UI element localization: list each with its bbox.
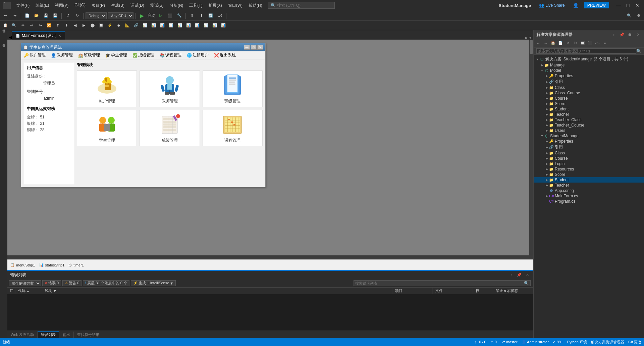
toolbar-open[interactable]: 📂 xyxy=(33,12,41,19)
tb2-btn5[interactable]: ↪ xyxy=(36,22,44,29)
se-btn-sync[interactable]: 📄 xyxy=(557,40,564,46)
main-form-tab[interactable]: 📄 MainForm.cs [设计] ✕ xyxy=(12,31,65,40)
menu-edit[interactable]: 编辑(E) xyxy=(33,1,52,10)
module-course[interactable]: 课程管理 xyxy=(203,110,263,146)
tb2-btn1[interactable]: 📋 xyxy=(1,22,9,29)
module-account[interactable]: 帐户管理 xyxy=(77,70,137,107)
manage-expand-icon[interactable]: ▶ xyxy=(540,63,544,67)
form-menu-class[interactable]: 🏫 班级管理 xyxy=(75,52,103,59)
toolbar-back[interactable]: ↩ xyxy=(1,12,9,19)
form-menu-student[interactable]: 🎓 学生管理 xyxy=(103,52,130,59)
designer-scroll-thumb[interactable] xyxy=(530,40,533,54)
se-btn-show-all[interactable]: ≡ xyxy=(601,40,608,46)
tb2-btn21[interactable]: 📊 xyxy=(176,22,184,29)
form-menu-logout[interactable]: 🌐 注销用户 xyxy=(184,52,211,59)
menu-view[interactable]: 视图(V) xyxy=(52,1,71,10)
se-btn-back[interactable]: ← xyxy=(535,40,542,46)
tree-model-score[interactable]: ▶ 📁 Score xyxy=(534,101,644,106)
toolbar-pull[interactable]: ⬇ xyxy=(197,12,205,19)
teacher-course-expand[interactable]: ▶ xyxy=(544,123,549,128)
toolbar-sync[interactable]: 🔄 xyxy=(207,12,215,19)
tree-model-refs[interactable]: ▶ 🔗 引用 xyxy=(534,79,644,85)
module-teacher[interactable]: 教师管理 xyxy=(140,70,200,107)
tree-sm-resources[interactable]: ▶ 📁 Resources xyxy=(534,166,644,172)
se-btn-preview[interactable]: ↻ xyxy=(572,40,579,46)
tab-web-publish[interactable]: Web 发布活动 xyxy=(7,332,38,338)
tb2-btn25[interactable]: 📊 xyxy=(211,22,219,29)
toolbar-forward[interactable]: ↪ xyxy=(11,12,19,19)
toolbar-settings[interactable]: ⚙ xyxy=(635,12,643,19)
tree-sm-appconfig[interactable]: ▶ ⚙ App.config xyxy=(534,188,644,193)
se-btn-code[interactable]: <> xyxy=(594,40,601,46)
start-label[interactable]: 启动 xyxy=(147,13,155,18)
tree-solution-root[interactable]: ▼ ⬡ 解决方案 'StudentManage' (3 个项目，共 6 个) xyxy=(534,56,644,62)
sm-class-expand[interactable]: ▶ xyxy=(544,151,549,155)
col-code[interactable]: 代码 ▲ xyxy=(15,288,42,294)
course-expand-icon[interactable]: ▶ xyxy=(544,96,549,101)
tree-model-teacher-course[interactable]: ▶ 📁 Teacher_Course xyxy=(534,122,644,128)
tb2-btn20[interactable]: 📊 xyxy=(167,22,175,29)
tb2-btn17[interactable]: 📊 xyxy=(141,22,149,29)
tree-sm-program[interactable]: ▶ C# Program.cs xyxy=(534,199,644,204)
warning-count-button[interactable]: ⚠ 警告 0 xyxy=(62,280,82,286)
tab-nav-right-btn[interactable]: ▶ xyxy=(525,36,528,40)
sm-login-expand[interactable]: ▶ xyxy=(544,161,549,166)
tree-model-course[interactable]: ▶ 📁 Course xyxy=(534,96,644,101)
toolbar-run[interactable]: ▷ xyxy=(157,12,165,19)
col-description[interactable]: 说明 ▼ xyxy=(42,288,392,294)
cpu-target-select[interactable]: Any CPU xyxy=(108,12,133,19)
menustrip-component[interactable]: 📋 menuStrip1 xyxy=(10,263,35,267)
tb2-btn23[interactable]: 📊 xyxy=(193,22,201,29)
se-btn-properties[interactable]: ↺ xyxy=(565,40,571,46)
preview-button[interactable]: PREVIEW xyxy=(584,2,609,8)
error-panel-pin[interactable]: 📌 xyxy=(516,272,523,278)
menu-build[interactable]: 生成(B) xyxy=(108,1,127,10)
tree-model-teacher[interactable]: ▶ 📁 Teacher xyxy=(534,112,644,117)
solution-search-input[interactable] xyxy=(536,48,636,54)
score-expand-icon[interactable]: ▶ xyxy=(544,101,549,106)
tb2-btn14[interactable]: ◆ xyxy=(115,22,123,29)
col-checkbox[interactable]: ☐ xyxy=(7,288,15,294)
class-expand-icon[interactable]: ▶ xyxy=(544,85,549,90)
liveshare-button[interactable]: 👥 Live Share xyxy=(536,2,567,8)
toolbar-attach[interactable]: 🔧 xyxy=(175,12,183,19)
tb2-btn16[interactable]: 🔗 xyxy=(132,22,140,29)
tree-model-teacher-class[interactable]: ▶ 📁 Teacher_Class xyxy=(534,117,644,122)
minimize-button[interactable]: — xyxy=(614,1,623,9)
tb2-btn12[interactable]: 🔲 xyxy=(97,22,105,29)
panel-undock-btn[interactable]: ⬢ xyxy=(627,32,633,38)
tb2-btn10[interactable]: ▶ xyxy=(80,22,88,29)
tree-manage-project[interactable]: ▶ 📁 Manage xyxy=(534,62,644,68)
tree-sm-class[interactable]: ▶ 📁 Class xyxy=(534,150,644,156)
tb2-btn26[interactable]: 📊 xyxy=(219,22,227,29)
menu-window[interactable]: 窗口(W) xyxy=(225,1,245,10)
toolbar-branch[interactable]: ⎇ xyxy=(216,12,224,19)
tb2-btn24[interactable]: 📊 xyxy=(202,22,210,29)
sm-refs-expand[interactable]: ▶ xyxy=(544,145,549,150)
account-icon[interactable]: 👤 xyxy=(573,3,579,8)
toolbar-new[interactable]: 📄 xyxy=(23,12,31,19)
module-class[interactable]: 班级管理 xyxy=(203,70,263,107)
error-count-button[interactable]: ✕ 错误 0 xyxy=(42,280,61,286)
form-menu-score[interactable]: ✅ 成绩管理 xyxy=(130,52,157,59)
tree-model-project[interactable]: ▼ ⬡ Model xyxy=(534,68,644,73)
tree-model-properties[interactable]: ▶ 🔑 Properties xyxy=(534,73,644,79)
tree-sm-properties[interactable]: ▶ 🔑 Properties xyxy=(534,139,644,144)
student-expand-icon[interactable]: ▶ xyxy=(544,107,549,111)
toolbar-undo[interactable]: ↺ xyxy=(64,12,72,19)
tb2-btn8[interactable]: ⬇ xyxy=(62,22,70,29)
error-panel-expand[interactable]: ↕ xyxy=(508,272,515,278)
panel-close-btn[interactable]: ✕ xyxy=(635,32,641,38)
form-minimize-btn[interactable]: — xyxy=(244,45,250,50)
model-expand-icon[interactable]: ▼ xyxy=(540,68,544,73)
toolbar-stop[interactable]: ⬛ xyxy=(166,12,174,19)
error-search-input[interactable] xyxy=(355,281,524,285)
module-score[interactable]: 成绩管理 xyxy=(140,110,200,146)
error-panel-close[interactable]: ✕ xyxy=(524,272,531,278)
status-solution-exp[interactable]: 解决方案资源管理器 xyxy=(591,340,624,345)
col-line[interactable]: 行 xyxy=(473,288,493,294)
form-menu-exit[interactable]: ❌ 退出系统 xyxy=(211,52,238,59)
global-search[interactable]: 🔍 xyxy=(268,2,335,9)
tree-sm-mainform[interactable]: ▶ C# MainForm.cs xyxy=(534,193,644,199)
menu-test[interactable]: 测试(S) xyxy=(148,1,166,10)
